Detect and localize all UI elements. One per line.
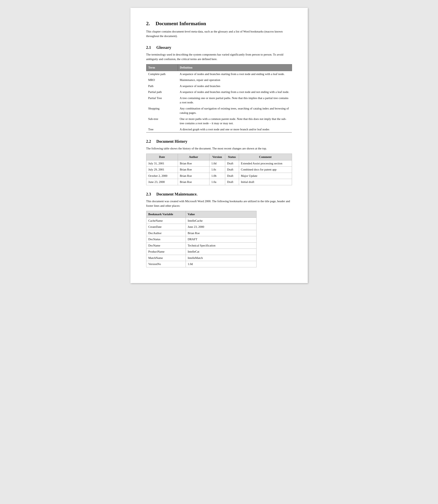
history-author: Brian Roe bbox=[178, 173, 209, 179]
history-author: Brian Roe bbox=[178, 167, 209, 173]
bookmark-variable: CreateDate bbox=[146, 224, 186, 230]
bookmark-variable: ProductName bbox=[146, 249, 186, 255]
section2-3-title-text: Document Maintenance. bbox=[156, 192, 198, 196]
section2-title: 2.Document Information bbox=[146, 20, 292, 27]
history-status: Draft bbox=[225, 179, 239, 185]
section2-title-text: Document Information bbox=[156, 21, 206, 26]
glossary-term: Sub-tree bbox=[146, 116, 178, 126]
bookmark-value: IntelleMatch bbox=[186, 255, 256, 261]
bookmark-value: June 23, 2000 bbox=[186, 224, 256, 230]
history-date: July 29, 2001 bbox=[146, 167, 178, 173]
glossary-term: Partial path bbox=[146, 89, 178, 95]
glossary-row: Sub-treeOne or more paths with a common … bbox=[146, 116, 292, 126]
history-author: Brian Roe bbox=[178, 160, 209, 167]
glossary-definition: A sequence of nodes and branches bbox=[178, 83, 292, 89]
bookmark-value: Brian Roe bbox=[186, 230, 256, 236]
glossary-row: Partial TreeA tree containing one or mor… bbox=[146, 95, 292, 105]
history-version: 1.0c bbox=[209, 167, 225, 173]
glossary-row: ShoppingAny combination of navigation of… bbox=[146, 105, 292, 116]
glossary-definition: A directed graph with a root node and on… bbox=[178, 126, 292, 133]
bookmark-variable: MatchName bbox=[146, 255, 186, 261]
bookmark-row: MatchNameIntelleMatch bbox=[146, 255, 256, 261]
section2-2-num: 2.2 bbox=[146, 138, 156, 144]
glossary-term: Complete path bbox=[146, 71, 178, 77]
history-comment: Major Update bbox=[239, 173, 292, 179]
history-date: October 2, 2000 bbox=[146, 173, 178, 179]
bookmark-variable: DocStatus bbox=[146, 236, 186, 242]
glossary-term: MRO bbox=[146, 77, 178, 83]
history-status: Draft bbox=[225, 160, 239, 167]
history-status: Draft bbox=[225, 173, 239, 179]
bookmark-variable: DocAuthor bbox=[146, 230, 186, 236]
history-col-author: Author bbox=[178, 154, 209, 160]
section2-1-intro: The terminology used in describing the s… bbox=[146, 52, 292, 62]
glossary-col-definition: Definition bbox=[178, 64, 292, 71]
section2-1-title: 2.1Glossary bbox=[146, 44, 292, 50]
glossary-definition: A sequence of nodes and branches startin… bbox=[178, 71, 292, 77]
bookmark-row: VersionNo1.0d bbox=[146, 261, 256, 267]
history-version: 1.0b bbox=[209, 173, 225, 179]
history-row: June 23, 2000Brian Roe1.0aDraftInitial d… bbox=[146, 179, 292, 185]
history-row: October 2, 2000Brian Roe1.0bDraftMajor U… bbox=[146, 173, 292, 179]
bookmark-value: 1.0d bbox=[186, 261, 256, 267]
history-row: July 31, 2001Brian Roe1.0dDraftExtended … bbox=[146, 160, 292, 167]
bookmark-value: Technical Specification bbox=[186, 242, 256, 249]
bookmark-row: ProductNameIntelleCat bbox=[146, 249, 256, 255]
glossary-definition: Maintenance, repair and operation bbox=[178, 77, 292, 83]
bookmark-variable: DocName bbox=[146, 242, 186, 249]
glossary-term: Tree bbox=[146, 126, 178, 133]
glossary-row: TreeA directed graph with a root node an… bbox=[146, 126, 292, 133]
history-col-version: Version bbox=[209, 154, 225, 160]
section2-1-title-text: Glossary bbox=[156, 45, 171, 50]
glossary-table: Term Definition Complete pathA sequence … bbox=[146, 64, 292, 133]
bookmark-row: CacheNameIntelleCache bbox=[146, 218, 256, 224]
bookmark-row: CreateDateJune 23, 2000 bbox=[146, 224, 256, 230]
section2-3-title: 2.3Document Maintenance. bbox=[146, 191, 292, 197]
bookmark-variable: VersionNo bbox=[146, 261, 186, 267]
glossary-definition: A sequence of nodes and branches startin… bbox=[178, 89, 292, 95]
glossary-col-term: Term bbox=[146, 64, 178, 71]
glossary-definition: One or more paths with a common parent n… bbox=[178, 116, 292, 126]
bookmark-value: DRAFT bbox=[186, 236, 256, 242]
bookmark-col-variable: Bookmark Variable bbox=[146, 211, 186, 218]
glossary-term: Path bbox=[146, 83, 178, 89]
section2-intro: This chapter contains document-level met… bbox=[146, 29, 292, 39]
history-date: June 23, 2000 bbox=[146, 179, 178, 185]
document-page: 2.Document Information This chapter cont… bbox=[131, 8, 308, 283]
history-table: Date Author Version Status Comment July … bbox=[146, 154, 292, 185]
history-version: 1.0a bbox=[209, 179, 225, 185]
history-comment: Combined docs for patent app bbox=[239, 167, 292, 173]
history-status: Draft bbox=[225, 167, 239, 173]
history-col-status: Status bbox=[225, 154, 239, 160]
bookmark-row: DocNameTechnical Specification bbox=[146, 242, 256, 249]
bookmark-value: IntelleCat bbox=[186, 249, 256, 255]
history-date: July 31, 2001 bbox=[146, 160, 178, 167]
glossary-definition: Any combination of navigation of existin… bbox=[178, 105, 292, 116]
glossary-row: PathA sequence of nodes and branches bbox=[146, 83, 292, 89]
section2-1-num: 2.1 bbox=[146, 44, 156, 50]
section2-2-title-text: Document History bbox=[156, 139, 187, 144]
bookmark-value: IntelleCache bbox=[186, 218, 256, 224]
glossary-row: MROMaintenance, repair and operation bbox=[146, 77, 292, 83]
history-row: July 29, 2001Brian Roe1.0cDraftCombined … bbox=[146, 167, 292, 173]
glossary-row: Partial pathA sequence of nodes and bran… bbox=[146, 89, 292, 95]
bookmark-row: DocStatusDRAFT bbox=[146, 236, 256, 242]
bookmark-variable: CacheName bbox=[146, 218, 186, 224]
section2-2-intro: The following table shows the history of… bbox=[146, 146, 292, 151]
history-comment: Extended Assist processing section bbox=[239, 160, 292, 167]
section2-2-title: 2.2Document History bbox=[146, 138, 292, 144]
glossary-definition: A tree containing one or more partial pa… bbox=[178, 95, 292, 105]
bookmark-table: Bookmark Variable Value CacheNameIntelle… bbox=[146, 211, 257, 267]
history-col-date: Date bbox=[146, 154, 178, 160]
history-author: Brian Roe bbox=[178, 179, 209, 185]
glossary-term: Partial Tree bbox=[146, 95, 178, 105]
glossary-row: Complete pathA sequence of nodes and bra… bbox=[146, 71, 292, 77]
section2-num: 2. bbox=[146, 20, 156, 27]
history-comment: Initial draft bbox=[239, 179, 292, 185]
history-version: 1.0d bbox=[209, 160, 225, 167]
section2-3-num: 2.3 bbox=[146, 191, 156, 197]
bookmark-row: DocAuthorBrian Roe bbox=[146, 230, 256, 236]
bookmark-col-value: Value bbox=[186, 211, 256, 218]
history-col-comment: Comment bbox=[239, 154, 292, 160]
glossary-term: Shopping bbox=[146, 105, 178, 116]
